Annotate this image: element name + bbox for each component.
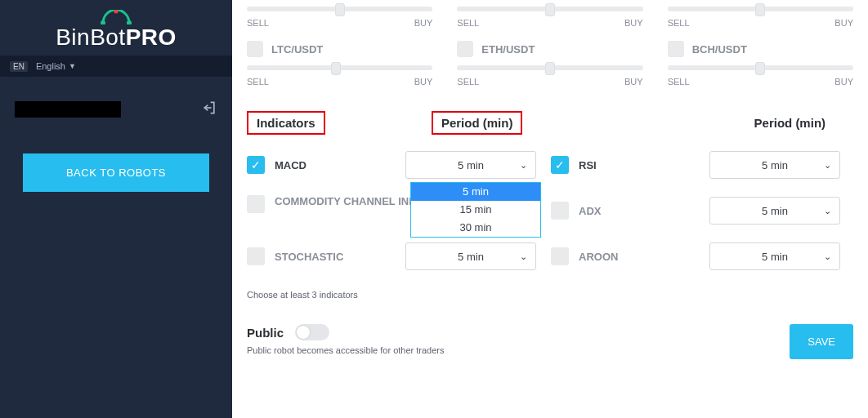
main-content: SELLBUY SELLBUY SELLBUY LTC/USDT SELLBUY… bbox=[232, 0, 868, 418]
buy-label: BUY bbox=[624, 18, 643, 28]
period-option[interactable]: 15 min bbox=[411, 201, 540, 219]
indicator-checkbox[interactable] bbox=[551, 202, 569, 220]
slider-track[interactable] bbox=[668, 3, 853, 13]
indicator-label: RSI bbox=[579, 159, 709, 171]
public-toggle[interactable] bbox=[295, 324, 329, 340]
sell-label: SELL bbox=[457, 77, 479, 87]
brand-logo: BinBotPRO bbox=[0, 0, 232, 56]
indicator-row-adx: ADX 5 min⌄ bbox=[551, 195, 853, 226]
user-row bbox=[0, 87, 232, 132]
indicator-label: ADX bbox=[579, 205, 709, 217]
indicator-row-macd: ✓ MACD 5 min⌄ bbox=[247, 149, 549, 180]
svg-point-2 bbox=[114, 10, 119, 14]
chevron-down-icon: ⌄ bbox=[520, 251, 527, 262]
pair-label: ETH/USDT bbox=[481, 43, 535, 56]
pair-sliders-row-1: SELLBUY SELLBUY SELLBUY bbox=[247, 0, 853, 28]
pair-checkbox[interactable] bbox=[247, 41, 263, 57]
chevron-down-icon: ⌄ bbox=[824, 251, 831, 262]
indicator-checkbox[interactable]: ✓ bbox=[551, 156, 569, 174]
public-block: Public Public robot becomes accessible f… bbox=[247, 324, 445, 355]
period-select[interactable]: 5 min⌄ bbox=[709, 151, 840, 179]
svg-point-0 bbox=[101, 20, 105, 24]
pair-label: LTC/USDT bbox=[271, 43, 323, 56]
chevron-down-icon: ▼ bbox=[69, 62, 76, 70]
buy-label: BUY bbox=[414, 18, 433, 28]
indicator-row-rsi: ✓ RSI 5 min⌄ bbox=[551, 149, 853, 180]
pair-ltc-usdt: LTC/USDT SELLBUY bbox=[247, 41, 432, 87]
brand-text-pre: BinBot bbox=[56, 24, 126, 50]
buy-label: BUY bbox=[624, 77, 643, 87]
sell-label: SELL bbox=[247, 77, 269, 87]
period-select[interactable]: 5 min⌄ bbox=[405, 151, 536, 179]
slider-track[interactable] bbox=[457, 3, 642, 13]
pair-slider: SELLBUY bbox=[668, 3, 853, 28]
chevron-down-icon: ⌄ bbox=[824, 206, 831, 216]
pair-slider: SELLBUY bbox=[457, 3, 642, 28]
svg-point-1 bbox=[127, 20, 132, 24]
user-name-redacted bbox=[15, 101, 121, 118]
public-description: Public robot becomes accessible for othe… bbox=[247, 345, 445, 355]
period-dropdown-open[interactable]: 5 min 15 min 30 min bbox=[410, 182, 541, 238]
buy-label: BUY bbox=[834, 77, 853, 87]
slider-track[interactable] bbox=[457, 62, 642, 72]
indicator-checkbox[interactable]: ✓ bbox=[247, 156, 265, 174]
back-to-robots-button[interactable]: BACK TO ROBOTS bbox=[23, 153, 209, 192]
indicators-right-column: ✓ RSI 5 min⌄ ADX 5 min⌄ AROON 5 min⌄ bbox=[551, 149, 853, 287]
slider-track[interactable] bbox=[247, 3, 432, 13]
chevron-down-icon: ⌄ bbox=[520, 160, 527, 171]
period-header-right: Period (min) bbox=[727, 111, 853, 135]
public-label: Public bbox=[247, 326, 284, 340]
indicator-checkbox[interactable] bbox=[551, 247, 569, 265]
pair-checkbox[interactable] bbox=[668, 41, 684, 57]
pair-label: BCH/USDT bbox=[692, 43, 747, 56]
indicator-label: MACD bbox=[275, 159, 405, 171]
period-select[interactable]: 5 min⌄ bbox=[709, 242, 840, 270]
indicator-row-aroon: AROON 5 min⌄ bbox=[551, 241, 853, 272]
pair-sliders-row-2: LTC/USDT SELLBUY ETH/USDT SELLBUY BCH/US… bbox=[247, 28, 853, 87]
indicators-header: Indicators bbox=[247, 111, 325, 135]
language-code-badge: EN bbox=[10, 61, 28, 72]
logout-icon[interactable] bbox=[201, 100, 217, 119]
logo-arc-icon bbox=[98, 10, 134, 24]
language-label: English bbox=[36, 61, 65, 71]
pair-slider: SELLBUY bbox=[247, 3, 432, 28]
sell-label: SELL bbox=[247, 18, 269, 28]
pair-checkbox[interactable] bbox=[457, 41, 473, 57]
sell-label: SELL bbox=[457, 18, 479, 28]
slider-track[interactable] bbox=[247, 62, 432, 72]
language-selector[interactable]: EN English ▼ bbox=[0, 56, 232, 77]
period-option[interactable]: 30 min bbox=[411, 219, 540, 237]
buy-label: BUY bbox=[414, 77, 433, 87]
brand-text-suf: PRO bbox=[126, 24, 177, 50]
indicator-checkbox[interactable] bbox=[247, 195, 265, 213]
pair-eth-usdt: ETH/USDT SELLBUY bbox=[457, 41, 642, 87]
indicator-label: AROON bbox=[579, 251, 709, 263]
indicator-label: STOCHASTIC bbox=[275, 251, 405, 263]
period-option[interactable]: 5 min bbox=[411, 183, 540, 201]
period-select[interactable]: 5 min⌄ bbox=[709, 197, 840, 225]
save-button[interactable]: SAVE bbox=[790, 324, 853, 359]
period-header-left: Period (min) bbox=[432, 111, 523, 135]
indicator-row-stochastic: STOCHASTIC 5 min⌄ bbox=[247, 241, 549, 272]
sell-label: SELL bbox=[668, 18, 690, 28]
footer-row: Public Public robot becomes accessible f… bbox=[247, 324, 853, 359]
sidebar: BinBotPRO EN English ▼ BACK TO ROBOTS bbox=[0, 0, 232, 418]
period-select[interactable]: 5 min⌄ bbox=[405, 242, 536, 270]
chevron-down-icon: ⌄ bbox=[824, 160, 831, 171]
sell-label: SELL bbox=[668, 77, 690, 87]
pair-bch-usdt: BCH/USDT SELLBUY bbox=[668, 41, 853, 87]
indicators-section: Indicators Period (min) Period (min) ✓ M… bbox=[247, 111, 853, 300]
indicators-hint: Choose at least 3 indicators bbox=[247, 290, 853, 300]
buy-label: BUY bbox=[834, 18, 853, 28]
indicator-checkbox[interactable] bbox=[247, 247, 265, 265]
slider-track[interactable] bbox=[668, 62, 853, 72]
